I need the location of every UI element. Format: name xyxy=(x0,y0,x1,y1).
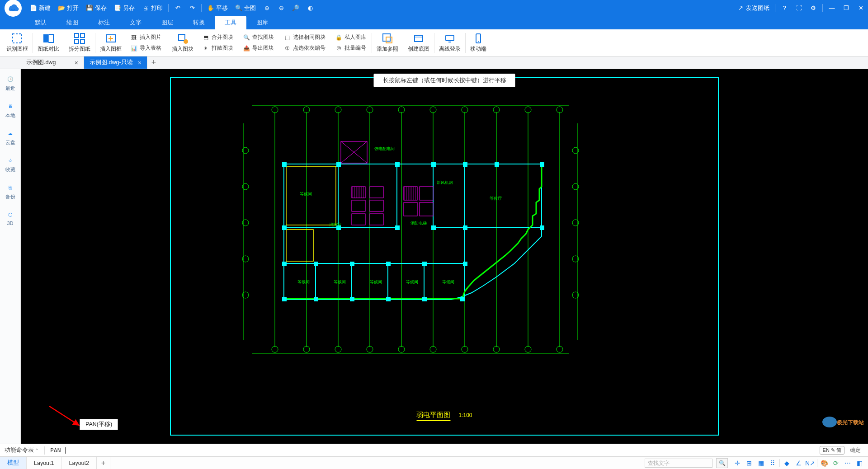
ribbon-mobile[interactable]: 移动端 xyxy=(467,29,490,56)
close-icon[interactable]: × xyxy=(138,59,142,66)
sidebar-item-3d[interactable]: ⬡3D xyxy=(0,208,20,228)
add-layout-button[interactable]: + xyxy=(97,457,110,469)
ribbon-batch-number[interactable]: ⑩批量编号 xyxy=(333,43,368,53)
svg-rect-94 xyxy=(463,162,467,167)
undo-button[interactable]: ↶ xyxy=(170,0,185,16)
ribbon-frame-detect[interactable]: 识别图框 xyxy=(3,29,32,56)
ribbon-merge-block[interactable]: ⬒合并图块 xyxy=(200,33,235,42)
command-input[interactable]: PAN xyxy=(47,447,820,454)
document-tabs: 示例图.dwg× 示例图.dwg-只读× + xyxy=(0,56,868,69)
menu-tab-library[interactable]: 图库 xyxy=(246,16,278,29)
grid-toggle[interactable]: ▦ xyxy=(756,458,766,468)
ribbon-insert-block[interactable]: 插入图块 xyxy=(168,29,197,56)
doc-tab-0[interactable]: 示例图.dwg× xyxy=(21,56,84,69)
ribbon-insert-image[interactable]: 🖼插入图片 xyxy=(128,33,163,42)
redo-button[interactable]: ↷ xyxy=(185,0,199,16)
status-extra-1[interactable]: ⋯ xyxy=(843,458,853,468)
pan-button[interactable]: ✋平移 xyxy=(203,0,231,16)
ribbon-select-same[interactable]: ⬚选择相同图块 xyxy=(281,33,327,42)
ortho-toggle[interactable]: ⊞ xyxy=(744,458,754,468)
layout-tab-1[interactable]: Layout1 xyxy=(27,457,61,469)
send-drawing-button[interactable]: ↗发送图纸 xyxy=(733,0,773,16)
svg-point-33 xyxy=(335,107,341,113)
sidebar-item-recent[interactable]: 🕒最近 xyxy=(0,73,20,94)
svg-point-43 xyxy=(335,346,341,352)
settings-button[interactable]: ⚙ xyxy=(806,0,821,16)
ribbon-insert-frame[interactable]: 插入图框 xyxy=(96,29,125,56)
fullscreen-button[interactable]: ⛶ xyxy=(792,0,806,16)
svg-rect-8 xyxy=(179,34,185,41)
fit-button[interactable]: 🔍全图 xyxy=(231,0,259,16)
layout-tab-2[interactable]: Layout2 xyxy=(61,457,96,469)
help-button[interactable]: ? xyxy=(777,0,792,16)
ribbon-split[interactable]: 拆分图纸 xyxy=(65,29,94,56)
grid-dots-toggle[interactable]: ⠿ xyxy=(768,458,778,468)
maximize-button[interactable]: ❐ xyxy=(839,0,854,16)
palette-button[interactable]: 🎨 xyxy=(819,458,829,468)
find-text-input[interactable]: 查找文字 xyxy=(645,459,712,468)
open-button[interactable]: 📂打开 xyxy=(54,0,82,16)
svg-point-46 xyxy=(430,346,436,352)
ribbon-underlay[interactable]: 创建底图 xyxy=(404,29,433,56)
menu-tab-text[interactable]: 文字 xyxy=(120,16,151,29)
menu-tab-draw[interactable]: 绘图 xyxy=(57,16,88,29)
menu-tab-layer[interactable]: 图层 xyxy=(151,16,183,29)
close-icon[interactable]: × xyxy=(75,59,78,66)
room-label: 等候间 xyxy=(334,279,346,285)
menu-tab-default[interactable]: 默认 xyxy=(25,16,57,29)
main-area: 🕒最近 🖥本地 ☁云盘 ☆收藏 ⎘备份 ⬡3D 长按鼠标左键（或任何时候长按中键… xyxy=(0,69,868,444)
zoom-out-button[interactable]: ⊖ xyxy=(274,0,288,16)
add-tab-button[interactable]: + xyxy=(147,56,160,69)
osnap-toggle[interactable]: ◆ xyxy=(782,458,792,468)
close-button[interactable]: ✕ xyxy=(854,0,868,16)
ribbon-export-block[interactable]: 📤导出图块 xyxy=(241,43,276,53)
minimize-button[interactable]: — xyxy=(825,0,839,16)
fullscreen-icon: ⛶ xyxy=(795,5,802,12)
svg-point-50 xyxy=(557,346,563,352)
refresh-button[interactable]: ⟳ xyxy=(831,458,841,468)
ribbon-number-seq[interactable]: ①点选依次编号 xyxy=(281,43,327,53)
menu-tab-tools[interactable]: 工具 xyxy=(215,16,246,29)
sidebar-item-cloud[interactable]: ☁云盘 xyxy=(0,127,20,148)
ribbon-compare[interactable]: 图纸对比 xyxy=(34,29,63,56)
zoom-prev-button[interactable]: ◐ xyxy=(303,0,317,16)
print-button[interactable]: 🖨打印 xyxy=(138,0,166,16)
insert-frame-icon xyxy=(105,33,117,44)
ribbon-find-block[interactable]: 🔍查找图块 xyxy=(241,33,276,42)
ribbon-private-lib[interactable]: 🔒私人图库 xyxy=(333,33,368,42)
ribbon-offline[interactable]: 离线登录 xyxy=(435,29,464,56)
snap-toggle[interactable]: ✛ xyxy=(732,458,742,468)
menu-tab-annotate[interactable]: 标注 xyxy=(88,16,120,29)
zoom-out-icon: ⊖ xyxy=(278,5,285,12)
gear-icon: ⚙ xyxy=(810,5,817,12)
svg-rect-67 xyxy=(352,200,365,211)
search-button[interactable]: 🔍 xyxy=(716,458,728,468)
north-toggle[interactable]: N↗ xyxy=(805,458,815,468)
sidebar-item-local[interactable]: 🖥本地 xyxy=(0,100,20,121)
zoom-in-button[interactable]: ⊕ xyxy=(259,0,274,16)
saveas-button[interactable]: 📑另存 xyxy=(110,0,138,16)
ribbon-xref[interactable]: 添加参照 xyxy=(373,29,402,56)
new-button[interactable]: 📄新建 xyxy=(26,0,54,16)
site-watermark: 极光下载站 xyxy=(821,416,864,428)
svg-rect-68 xyxy=(352,214,365,225)
command-table-toggle[interactable]: 功能命令表˄ xyxy=(0,446,42,454)
ribbon-import-table[interactable]: 📊导入表格 xyxy=(128,43,163,53)
polar-toggle[interactable]: ∠ xyxy=(793,458,803,468)
sidebar-item-favorites[interactable]: ☆收藏 xyxy=(0,154,20,175)
command-autocomplete[interactable]: PAN(平移) xyxy=(80,419,118,430)
drawing-canvas[interactable]: 长按鼠标左键（或任何时候长按中键）进行平移 xyxy=(21,69,868,444)
save-button[interactable]: 💾保存 xyxy=(82,0,110,16)
search-block-icon: 🔍 xyxy=(242,33,250,42)
status-extra-2[interactable]: ◧ xyxy=(854,458,864,468)
doc-tab-1[interactable]: 示例图.dwg-只读× xyxy=(84,56,147,69)
sidebar-item-backup[interactable]: ⎘备份 xyxy=(0,181,20,202)
menu-tab-convert[interactable]: 转换 xyxy=(183,16,215,29)
svg-point-38 xyxy=(493,107,500,113)
room-label: 强电配电间 xyxy=(374,146,395,152)
zoom-window-button[interactable]: 🔎 xyxy=(288,0,303,16)
svg-rect-109 xyxy=(282,297,287,301)
layout-tab-model[interactable]: 模型 xyxy=(0,457,27,469)
ime-indicator[interactable]: EN ✎ 简 xyxy=(820,446,844,455)
ribbon-explode-block[interactable]: ✴打散图块 xyxy=(200,43,235,53)
